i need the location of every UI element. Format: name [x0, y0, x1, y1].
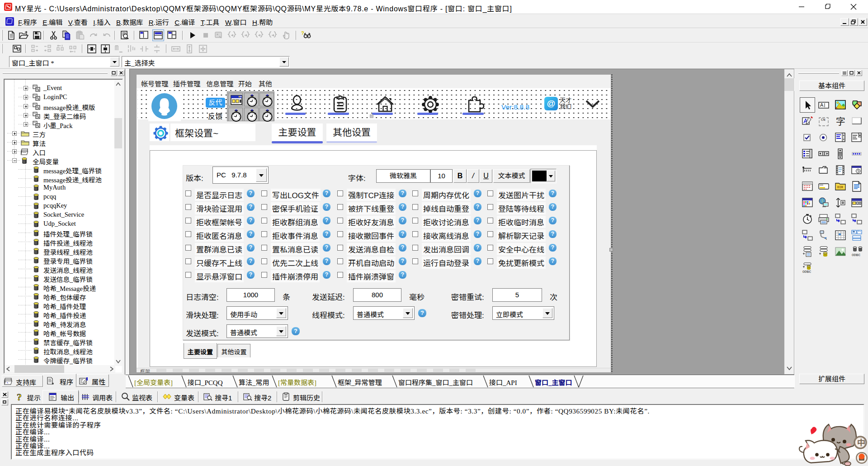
svg-text:ODBC: ODBC: [802, 270, 811, 274]
svg-text:CN: CN: [821, 118, 826, 122]
svg-text:字: 字: [836, 115, 845, 127]
svg-text:?: ?: [17, 392, 22, 402]
svg-text:ODBC: ODBC: [852, 253, 860, 257]
svg-text:A: A: [820, 102, 824, 108]
svg-text:?: ?: [301, 30, 304, 36]
svg-text:中: 中: [857, 436, 865, 448]
svg-text:DIR: DIR: [837, 185, 843, 189]
